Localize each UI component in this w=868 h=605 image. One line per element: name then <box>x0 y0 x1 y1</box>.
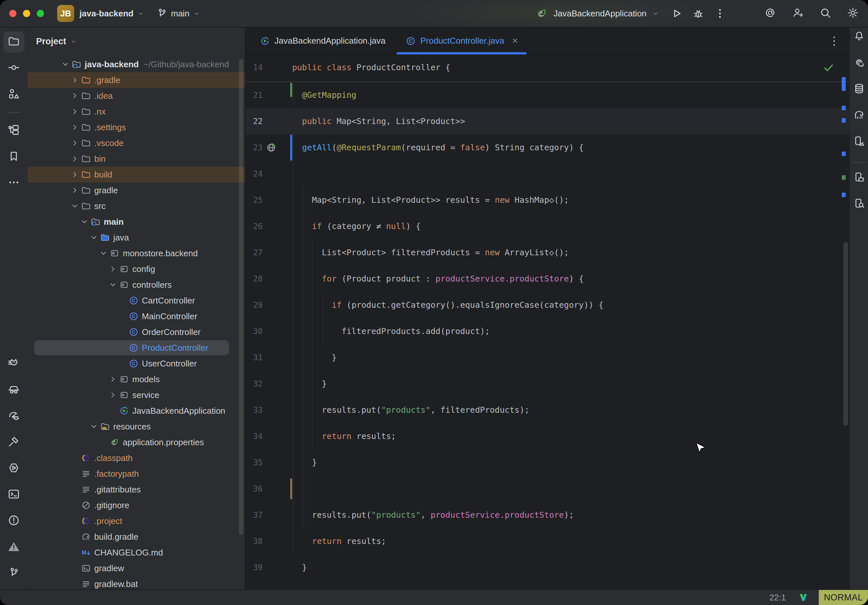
code-line-39[interactable]: 39 } <box>246 554 849 581</box>
run-configuration-selector[interactable]: JavaBackendApplication <box>553 9 646 19</box>
code-line-31[interactable]: 31 } <box>246 345 849 371</box>
debug-button[interactable] <box>692 7 705 20</box>
tree-row-monostore-backend[interactable]: monostore.backend <box>28 245 245 261</box>
chevron-right-icon[interactable] <box>69 153 81 164</box>
tree-row-models[interactable]: models <box>28 371 245 387</box>
chevron-right-icon[interactable] <box>107 374 118 385</box>
speed-cat-tool-button[interactable] <box>3 353 24 374</box>
tree-row-ordercontroller[interactable]: COrderController <box>28 324 245 340</box>
warnings-tool-button[interactable] <box>3 537 24 558</box>
chevron-down-icon[interactable] <box>60 59 71 70</box>
tree-row-gradlew[interactable]: gradlew <box>28 560 245 576</box>
code-line-38[interactable]: 38 return results; <box>246 528 849 554</box>
tree-row-src[interactable]: src <box>28 198 245 214</box>
tree-row-gradle[interactable]: gradle <box>28 183 245 198</box>
tree-row-usercontroller[interactable]: CUserController <box>28 356 245 371</box>
search-everywhere-button[interactable] <box>819 7 832 20</box>
structure-shapes-tool-button[interactable] <box>3 84 24 105</box>
tree-row--idea[interactable]: .idea <box>28 88 245 104</box>
tree-row-changelog-md[interactable]: MCHANGELOG.md <box>28 545 245 560</box>
tree-row--project[interactable]: .project <box>28 513 245 529</box>
code-line-32[interactable]: 32 } <box>246 371 849 397</box>
chevron-down-icon[interactable] <box>107 279 118 290</box>
tree-row--classpath[interactable]: .classpath <box>28 450 245 466</box>
tree-row-resources[interactable]: resources <box>28 419 245 435</box>
tree-row-java-backend[interactable]: java-backend~/Github/java-backend <box>28 56 245 72</box>
editor-options-kebab-icon[interactable]: ⋮ <box>829 28 840 54</box>
profiler-tool-button[interactable] <box>3 405 24 427</box>
bookmarks-tool-button[interactable] <box>3 146 24 167</box>
gradle-tool-button[interactable] <box>851 108 867 123</box>
version-control-tool-button[interactable] <box>3 563 24 584</box>
terminal-tool-button[interactable] <box>3 484 24 505</box>
more-tool-windows-button[interactable] <box>3 173 24 193</box>
ai-assistant-tool-button[interactable] <box>851 55 867 71</box>
code-line-26[interactable]: 26 if (category ≠ null) { <box>246 213 849 240</box>
project-tree-scrollbar[interactable] <box>239 59 243 535</box>
tree-row-maincontroller[interactable]: CMainController <box>28 308 245 324</box>
code-line-21[interactable]: 21 @GetMapping <box>246 82 849 108</box>
code-line-37[interactable]: 37 results.put("products", productServic… <box>246 502 849 528</box>
tab-productcontroller-java[interactable]: CProductController.java× <box>395 28 527 54</box>
settings-button[interactable] <box>846 7 859 20</box>
tree-row-bin[interactable]: bin <box>28 151 245 167</box>
code-editor[interactable]: 14public class ProductController {21 @Ge… <box>246 54 849 589</box>
tab-close-icon[interactable]: × <box>512 36 518 46</box>
tree-row--gitattributes[interactable]: .gitattributes <box>28 482 245 497</box>
code-line-29[interactable]: 29 if (product.getCategory().equalsIgnor… <box>246 292 849 318</box>
database-tool-button[interactable] <box>851 81 867 97</box>
close-window-button[interactable] <box>9 10 16 17</box>
services-tool-button[interactable] <box>3 458 24 479</box>
code-line-30[interactable]: 30 filteredProducts.add(product); <box>246 318 849 345</box>
tree-row--gitignore[interactable]: .gitignore <box>28 497 245 513</box>
code-with-me-button[interactable] <box>791 7 804 20</box>
code-line-22[interactable]: 22 public Map<String, List<Product>> <box>246 108 849 135</box>
incognito-tool-button[interactable] <box>3 379 24 400</box>
tree-row-build-gradle[interactable]: build.gradle <box>28 529 245 545</box>
chevron-down-icon[interactable] <box>79 216 90 227</box>
zoom-window-button[interactable] <box>37 10 44 17</box>
chevron-right-icon[interactable] <box>107 390 118 401</box>
running-devices-tool-button[interactable] <box>851 134 867 150</box>
device-manager-tool-button[interactable] <box>851 170 867 186</box>
tree-row--settings[interactable]: .settings <box>28 119 245 135</box>
tree-row-javabackendapplication[interactable]: JavaBackendApplication <box>28 403 245 419</box>
project-selector[interactable]: java-backend <box>79 9 145 19</box>
project-panel-header[interactable]: Project <box>28 28 245 55</box>
tree-row--factorypath[interactable]: .factorypath <box>28 466 245 482</box>
commit-tool-button[interactable] <box>3 58 24 79</box>
code-line-24[interactable]: 24 <box>246 161 849 187</box>
tree-row-java[interactable]: java <box>28 230 245 245</box>
notifications-tool-button[interactable] <box>851 29 867 45</box>
tree-row-build[interactable]: build <box>28 167 245 183</box>
hierarchy-tool-button[interactable] <box>3 120 24 141</box>
tree-row--vscode[interactable]: .vscode <box>28 135 245 151</box>
tree-row-controllers[interactable]: controllers <box>28 277 245 292</box>
tree-row--nx[interactable]: .nx <box>28 104 245 119</box>
tree-row-application-properties[interactable]: application.properties <box>28 435 245 450</box>
chevron-down-icon[interactable] <box>88 421 99 432</box>
minimize-window-button[interactable] <box>23 10 30 17</box>
chevron-right-icon[interactable] <box>69 185 81 196</box>
tree-row-gradlew-bat[interactable]: gradlew.bat <box>28 576 245 589</box>
tab-javabackendapplication-java[interactable]: JavaBackendApplication.java <box>250 28 395 54</box>
tree-row-config[interactable]: config <box>28 261 245 277</box>
error-stripe[interactable] <box>840 54 849 589</box>
code-line-25[interactable]: 25 Map<String, List<Product>> results = … <box>246 187 849 213</box>
chevron-right-icon[interactable] <box>69 74 81 86</box>
chevron-right-icon[interactable] <box>69 138 81 149</box>
branch-selector[interactable]: main <box>156 8 201 19</box>
tree-row-main[interactable]: main <box>28 214 245 230</box>
tree-row-productcontroller[interactable]: CProductController <box>28 340 245 356</box>
chevron-down-icon[interactable] <box>88 232 99 243</box>
chevron-right-icon[interactable] <box>69 90 81 101</box>
code-line-35[interactable]: 35 } <box>246 449 849 476</box>
chevron-right-icon[interactable] <box>69 106 81 117</box>
chevron-right-icon[interactable] <box>107 263 118 275</box>
project-tool-button[interactable] <box>3 31 24 53</box>
chevron-right-icon[interactable] <box>69 122 81 133</box>
chevron-down-icon[interactable] <box>98 248 109 259</box>
code-line-28[interactable]: 28 for (Product product : productService… <box>246 266 849 292</box>
problems-tool-button[interactable] <box>3 511 24 532</box>
code-line-36[interactable]: 36 <box>246 476 849 502</box>
